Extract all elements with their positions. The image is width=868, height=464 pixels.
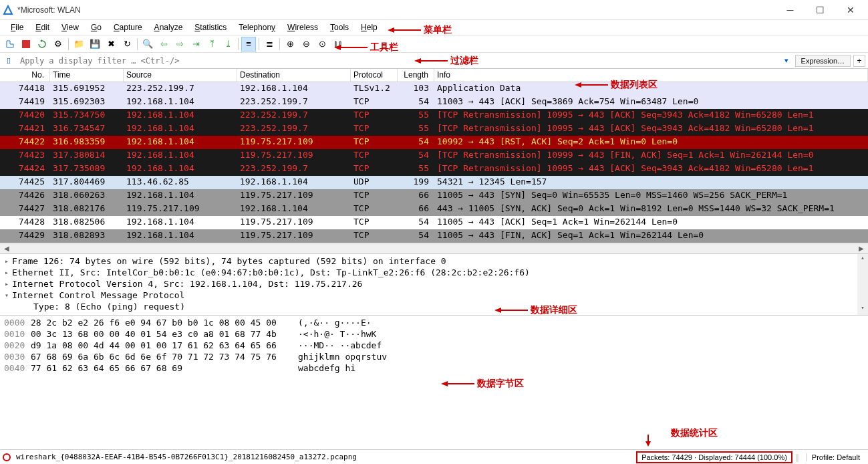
menu-wireless[interactable]: Wireless <box>282 21 323 33</box>
menu-edit[interactable]: Edit <box>30 21 55 33</box>
filter-bar: ▯ ▾ Expression… + <box>0 52 868 68</box>
menu-analyze[interactable]: Analyze <box>149 21 188 33</box>
bookmark-filter-icon[interactable]: ▯ <box>3 55 15 67</box>
bytes-row[interactable]: 0020d9 1a 08 00 4d 44 00 01 00 17 61 62 … <box>4 340 864 351</box>
menu-tools[interactable]: Tools <box>325 21 354 33</box>
col-header-protocol[interactable]: Protocol <box>351 69 398 82</box>
app-icon <box>3 5 13 15</box>
save-file-icon[interactable]: 💾 <box>88 37 102 51</box>
detail-frame[interactable]: Frame 126: 74 bytes on wire (592 bits), … <box>12 256 867 266</box>
resize-columns-icon[interactable]: ⫿⫿ <box>331 37 345 51</box>
menu-telephony[interactable]: Telephony <box>233 21 281 33</box>
bytes-row[interactable]: 001000 3c 13 68 00 00 40 01 54 e3 c0 a8 … <box>4 328 864 340</box>
apply-filter-icon[interactable]: ▾ <box>780 55 792 67</box>
expand-icon[interactable]: ▸ <box>1 257 12 265</box>
expression-button[interactable]: Expression… <box>795 55 851 67</box>
menu-view[interactable]: View <box>56 21 84 33</box>
detail-icmp-type[interactable]: Type: 8 (Echo (ping) request) <box>12 302 867 312</box>
packet-row[interactable]: 74418315.691952223.252.199.7192.168.1.10… <box>0 82 868 96</box>
col-header-time[interactable]: Time <box>50 69 124 82</box>
toolbar: ⚙ 📁 💾 ✖ ↻ 🔍 ⇦ ⇨ ⇥ ⤒ ⤓ ≡ ≣ ⊕ ⊖ ⊙ ⫿⫿ <box>0 35 868 52</box>
packet-row[interactable]: 74429318.082893192.168.1.104119.75.217.1… <box>0 229 868 243</box>
col-header-destination[interactable]: Destination <box>237 69 351 82</box>
menubar: File Edit View Go Capture Analyze Statis… <box>0 20 868 35</box>
restart-capture-icon[interactable] <box>35 37 49 51</box>
packet-row[interactable]: 74421316.734547192.168.1.104223.252.199.… <box>0 122 868 136</box>
expand-icon[interactable]: ▸ <box>1 280 12 287</box>
zoom-reset-icon[interactable]: ⊙ <box>315 37 329 51</box>
titlebar: *Microsoft: WLAN ─ ☐ ✕ <box>0 0 868 20</box>
packet-row[interactable]: 74428318.082506192.168.1.104119.75.217.1… <box>0 216 868 229</box>
go-to-packet-icon[interactable]: ⇥ <box>188 37 203 51</box>
detail-ethernet[interactable]: Ethernet II, Src: IntelCor_b0:b0:1c (e0:… <box>12 267 867 277</box>
packet-row[interactable]: 74427318.082176119.75.217.109192.168.1.1… <box>0 203 868 216</box>
svg-rect-0 <box>22 40 30 48</box>
detail-icmp[interactable]: Internet Control Message Protocol <box>12 290 867 300</box>
detail-ip[interactable]: Internet Protocol Version 4, Src: 192.16… <box>12 279 867 289</box>
stop-capture-icon[interactable] <box>19 37 33 51</box>
horizontal-scrollbar[interactable]: ◀▶ <box>0 243 868 253</box>
vertical-scrollbar[interactable]: ▴▾ <box>857 254 868 315</box>
go-last-icon[interactable]: ⤓ <box>221 37 235 51</box>
go-forward-icon[interactable]: ⇨ <box>172 37 187 51</box>
display-filter-input[interactable] <box>17 54 778 68</box>
close-button[interactable]: ✕ <box>835 0 865 20</box>
menu-capture[interactable]: Capture <box>108 21 148 33</box>
find-packet-icon[interactable]: 🔍 <box>140 37 155 51</box>
reload-icon[interactable]: ↻ <box>120 37 134 51</box>
packet-row[interactable]: 74424317.735089192.168.1.104223.252.199.… <box>0 162 868 176</box>
bytes-row[interactable]: 003067 68 69 6a 6b 6c 6d 6e 6f 70 71 72 … <box>4 351 864 362</box>
col-header-info[interactable]: Info <box>434 69 868 82</box>
packet-row[interactable]: 74423317.380814192.168.1.104119.75.217.1… <box>0 149 868 162</box>
bytes-row[interactable]: 004077 61 62 63 64 65 66 67 68 69wabcdef… <box>4 362 864 374</box>
start-capture-icon[interactable] <box>3 37 17 51</box>
minimize-button[interactable]: ─ <box>775 0 805 20</box>
window-title: *Microsoft: WLAN <box>17 5 775 15</box>
packet-row[interactable]: 74426318.060263192.168.1.104119.75.217.1… <box>0 189 868 203</box>
menu-statistics[interactable]: Statistics <box>189 21 232 33</box>
open-file-icon[interactable]: 📁 <box>71 37 86 51</box>
capture-options-icon[interactable]: ⚙ <box>51 37 65 51</box>
status-bar: wireshark_{0488032A-EEAF-41B4-B545-0B726… <box>0 449 868 464</box>
packet-row[interactable]: 74419315.692303192.168.1.104223.252.199.… <box>0 96 868 109</box>
expert-info-icon[interactable] <box>3 453 11 461</box>
annotation-stats: 数据统计区 <box>641 433 718 447</box>
col-header-length[interactable]: Length <box>398 69 434 82</box>
menu-go[interactable]: Go <box>86 21 107 33</box>
packet-list-body[interactable]: 74418315.691952223.252.199.7192.168.1.10… <box>0 82 868 243</box>
packet-list-pane: No. Time Source Destination Protocol Len… <box>0 68 868 253</box>
maximize-button[interactable]: ☐ <box>805 0 835 20</box>
col-header-no[interactable]: No. <box>0 69 50 82</box>
collapse-icon[interactable]: ▾ <box>1 292 12 299</box>
zoom-in-icon[interactable]: ⊕ <box>283 37 297 51</box>
go-first-icon[interactable]: ⤒ <box>204 37 219 51</box>
packet-row[interactable]: 74420315.734750192.168.1.104223.252.199.… <box>0 109 868 122</box>
status-file: wireshark_{0488032A-EEAF-41B4-B545-0B726… <box>16 453 636 461</box>
packet-bytes-pane[interactable]: 000028 2c b2 e2 26 f6 e0 94 67 b0 b0 1c … <box>0 315 868 422</box>
packet-details-pane[interactable]: ▸Frame 126: 74 bytes on wire (592 bits),… <box>0 253 868 315</box>
auto-scroll-icon[interactable]: ≡ <box>241 37 256 51</box>
expand-icon[interactable]: ▸ <box>1 269 12 276</box>
packet-row[interactable]: 74425317.804469113.46.62.85192.168.1.104… <box>0 176 868 189</box>
close-file-icon[interactable]: ✖ <box>104 37 118 51</box>
bytes-row[interactable]: 000028 2c b2 e2 26 f6 e0 94 67 b0 b0 1c … <box>4 317 864 328</box>
go-back-icon[interactable]: ⇦ <box>156 37 171 51</box>
packet-row[interactable]: 74422316.983359192.168.1.104119.75.217.1… <box>0 136 868 149</box>
status-profile[interactable]: Profile: Default <box>806 453 865 461</box>
colorize-icon[interactable]: ≣ <box>262 37 277 51</box>
add-filter-button[interactable]: + <box>853 55 865 67</box>
packet-list-header: No. Time Source Destination Protocol Len… <box>0 69 868 82</box>
col-header-source[interactable]: Source <box>124 69 237 82</box>
status-packets: Packets: 74429 · Displayed: 74444 (100.0… <box>636 451 792 463</box>
menu-help[interactable]: Help <box>355 21 383 33</box>
menu-file[interactable]: File <box>5 21 29 33</box>
zoom-out-icon[interactable]: ⊖ <box>299 37 313 51</box>
